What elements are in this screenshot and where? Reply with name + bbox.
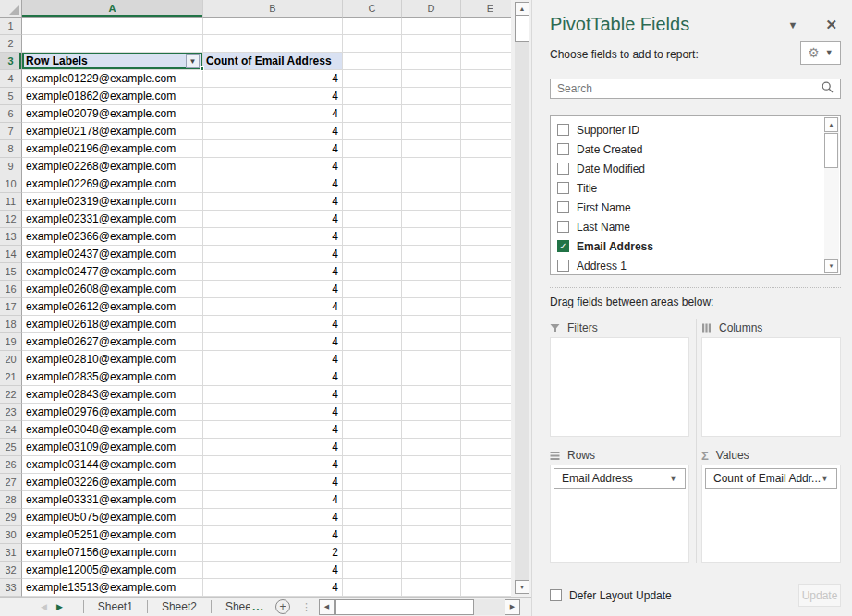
- cell-d[interactable]: [402, 474, 461, 491]
- cell-c[interactable]: [343, 351, 402, 368]
- sheet-tab-sheet1[interactable]: Sheet1: [84, 598, 147, 616]
- row-header[interactable]: 14: [0, 246, 22, 263]
- email-cell[interactable]: example07156@example.com: [22, 544, 203, 562]
- filters-drop-area[interactable]: [550, 337, 689, 437]
- cell-e[interactable]: [461, 439, 511, 456]
- email-cell[interactable]: example02608@example.com: [22, 281, 203, 298]
- cell-d[interactable]: [402, 509, 461, 526]
- count-cell[interactable]: 4: [203, 316, 343, 333]
- cell-c[interactable]: [343, 211, 402, 228]
- cell-e[interactable]: [461, 579, 511, 597]
- row-header[interactable]: 15: [0, 263, 22, 281]
- cell-d[interactable]: [402, 439, 461, 456]
- email-cell[interactable]: example02437@example.com: [22, 246, 203, 263]
- cell-e[interactable]: [461, 456, 511, 474]
- scroll-down-icon[interactable]: ▼: [515, 580, 529, 594]
- defer-layout-update-checkbox[interactable]: Defer Layout Update: [550, 589, 798, 602]
- cell-e[interactable]: [461, 158, 511, 175]
- row-header[interactable]: 16: [0, 281, 22, 298]
- cell-d[interactable]: [402, 351, 461, 368]
- cell-e[interactable]: [461, 140, 511, 158]
- cell-c[interactable]: [343, 386, 402, 404]
- row-header[interactable]: 23: [0, 404, 22, 421]
- cell-d[interactable]: [402, 298, 461, 316]
- cell-e[interactable]: [461, 421, 511, 439]
- update-button[interactable]: Update: [798, 584, 841, 607]
- field-list-item[interactable]: ✓ Title: [557, 178, 822, 198]
- scroll-left-icon[interactable]: ◀: [319, 599, 335, 615]
- cell-c[interactable]: [343, 474, 402, 491]
- sheet-tab-sheet2[interactable]: Sheet2: [148, 598, 211, 616]
- count-cell[interactable]: 4: [203, 211, 343, 228]
- count-cell[interactable]: 4: [203, 140, 343, 158]
- cell-d[interactable]: [402, 123, 461, 140]
- cell-c[interactable]: [343, 193, 402, 211]
- cell-d[interactable]: [402, 491, 461, 509]
- field-pill[interactable]: Email Address ▼: [554, 468, 686, 489]
- cell-d[interactable]: [402, 211, 461, 228]
- email-cell[interactable]: example05251@example.com: [22, 526, 203, 544]
- row-header[interactable]: 5: [0, 88, 22, 105]
- row-header[interactable]: 25: [0, 439, 22, 456]
- row-header[interactable]: 22: [0, 386, 22, 404]
- cell-c[interactable]: [343, 70, 402, 88]
- row-header[interactable]: 27: [0, 474, 22, 491]
- cell-e[interactable]: [461, 70, 511, 88]
- column-header-b[interactable]: B: [203, 0, 343, 18]
- cell-e[interactable]: [461, 491, 511, 509]
- cell-d[interactable]: [402, 263, 461, 281]
- row-header-3[interactable]: 3: [0, 53, 22, 70]
- count-cell[interactable]: 4: [203, 526, 343, 544]
- cell-c[interactable]: [343, 368, 402, 386]
- email-cell[interactable]: example02618@example.com: [22, 316, 203, 333]
- next-sheet-icon[interactable]: ▶: [56, 602, 63, 611]
- count-cell[interactable]: 2: [203, 544, 343, 562]
- count-cell[interactable]: 4: [203, 70, 343, 88]
- values-drop-area[interactable]: Count of Email Addr... ▼: [701, 465, 841, 563]
- cell-e[interactable]: [461, 263, 511, 281]
- cell-c[interactable]: [343, 509, 402, 526]
- sheet-tab-sheet3[interactable]: Sheet3: [212, 598, 250, 616]
- cell-e[interactable]: [461, 211, 511, 228]
- count-cell[interactable]: 4: [203, 386, 343, 404]
- email-cell[interactable]: example03144@example.com: [22, 456, 203, 474]
- checkbox[interactable]: [550, 589, 562, 601]
- row-header[interactable]: 8: [0, 140, 22, 158]
- prev-sheet-icon[interactable]: ◀: [41, 602, 47, 611]
- row-header[interactable]: 19: [0, 333, 22, 351]
- row-header[interactable]: 2: [0, 35, 22, 53]
- row-header[interactable]: 30: [0, 526, 22, 544]
- cell-d[interactable]: [402, 562, 461, 579]
- field-list-item[interactable]: ✓ Date Created: [557, 139, 822, 159]
- cell-d3[interactable]: [402, 53, 461, 70]
- cell-c[interactable]: [343, 333, 402, 351]
- row-header[interactable]: 17: [0, 298, 22, 316]
- row-header[interactable]: 29: [0, 509, 22, 526]
- cell-e[interactable]: [461, 105, 511, 123]
- pivot-value-header-cell[interactable]: Count of Email Address: [203, 53, 343, 70]
- row-header[interactable]: 7: [0, 123, 22, 140]
- field-list-scrollbar[interactable]: ▲ ▼: [824, 117, 839, 273]
- field-checkbox[interactable]: ✓: [557, 260, 569, 272]
- email-cell[interactable]: example01229@example.com: [22, 70, 203, 88]
- cell-c[interactable]: [343, 456, 402, 474]
- row-header[interactable]: 33: [0, 579, 22, 597]
- close-icon[interactable]: ✕: [825, 17, 837, 33]
- cell-e[interactable]: [461, 404, 511, 421]
- horizontal-scrollbar[interactable]: ◀ ▶: [319, 599, 520, 615]
- scroll-up-icon[interactable]: ▲: [824, 117, 838, 132]
- cell-e[interactable]: [461, 509, 511, 526]
- column-header-a[interactable]: A: [22, 0, 203, 18]
- count-cell[interactable]: 4: [203, 509, 343, 526]
- horizontal-scroll-track[interactable]: [335, 599, 505, 615]
- row-header[interactable]: 21: [0, 368, 22, 386]
- row-header[interactable]: 31: [0, 544, 22, 562]
- field-list-item[interactable]: ✓ Date Modified: [557, 159, 822, 178]
- row-labels-filter-button[interactable]: ▼: [186, 54, 200, 68]
- cell-e[interactable]: [461, 88, 511, 105]
- email-cell[interactable]: example02612@example.com: [22, 298, 203, 316]
- cell-d[interactable]: [402, 140, 461, 158]
- cell-e3[interactable]: [461, 53, 511, 70]
- cell-e[interactable]: [461, 562, 511, 579]
- count-cell[interactable]: 4: [203, 175, 343, 193]
